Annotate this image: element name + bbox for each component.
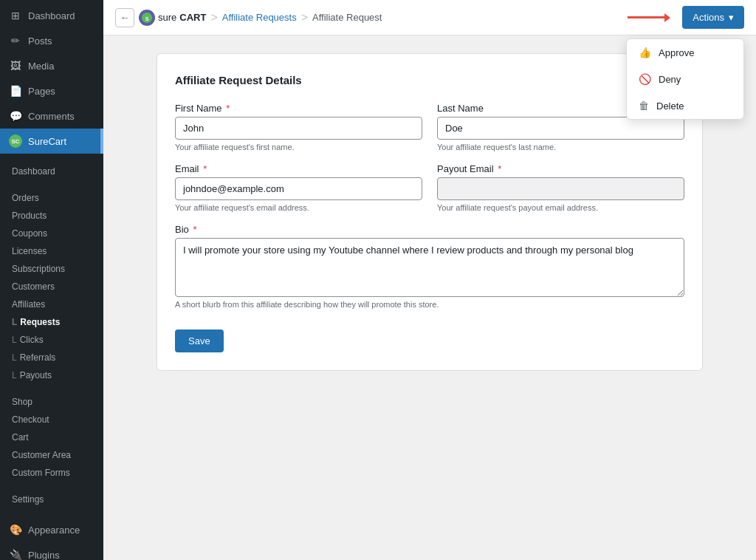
brand: S sureCART — [139, 10, 206, 26]
save-button[interactable]: Save — [175, 329, 224, 352]
bio-hint: A short blurb from this affiliate descri… — [175, 300, 684, 309]
sidebar-item-products[interactable]: Products — [0, 207, 103, 225]
comments-icon: 💬 — [9, 109, 22, 123]
sidebar-item-media[interactable]: 🖼 Media — [0, 53, 103, 78]
arrow-head-icon — [664, 13, 670, 22]
payout-email-label: Payout Email * — [437, 163, 684, 174]
sidebar-item-licenses[interactable]: Licenses — [0, 242, 103, 260]
surecart-logo-icon: SC — [9, 134, 22, 148]
dropdown-item-delete[interactable]: 🗑 Delete — [627, 92, 743, 119]
form-group-email: Email * Your affiliate request's email a… — [175, 163, 422, 212]
email-input[interactable] — [175, 177, 422, 200]
sidebar-item-checkout[interactable]: Checkout — [0, 411, 103, 428]
actions-button[interactable]: Actions ▾ — [682, 6, 744, 29]
sidebar-item-referrals[interactable]: L Referrals — [0, 349, 103, 366]
dropdown-item-deny[interactable]: 🚫 Deny — [627, 66, 743, 92]
sidebar-item-comments[interactable]: 💬 Comments — [0, 103, 103, 129]
email-required: * — [203, 163, 207, 174]
sidebar-item-dashboard[interactable]: ⊞ Dashboard — [0, 3, 103, 28]
approve-icon: 👍 — [639, 47, 651, 58]
sidebar-item-orders[interactable]: Orders — [0, 189, 103, 207]
form-group-bio: Bio * I will promote your store using my… — [175, 224, 684, 309]
dashboard-icon: ⊞ — [9, 9, 22, 22]
arrow-indicator — [628, 13, 670, 22]
form-row-email: Email * Your affiliate request's email a… — [175, 163, 684, 212]
email-hint: Your affiliate request's email address. — [175, 203, 422, 212]
active-indicator — [100, 129, 103, 154]
wp-sidebar: ⊞ Dashboard ✏ Posts 🖼 Media 📄 Pages 💬 Co… — [0, 0, 103, 560]
arrow-line — [628, 16, 664, 18]
sidebar-item-clicks[interactable]: L Clicks — [0, 331, 103, 349]
form-group-payout-email: Payout Email * Your affiliate request's … — [437, 163, 684, 212]
breadcrumb: ← S sureCART > Affiliate Requests > Affi… — [115, 8, 382, 27]
payout-email-input[interactable] — [437, 177, 684, 200]
card-header: Affiliate Request Details Pendin... — [175, 72, 684, 88]
payout-email-required: * — [498, 163, 501, 174]
actions-dropdown-menu: 👍 Approve 🚫 Deny 🗑 Delete — [626, 38, 744, 120]
sidebar-item-customers[interactable]: Customers — [0, 278, 103, 296]
bio-textarea[interactable]: I will promote your store using my Youtu… — [175, 238, 684, 297]
affiliate-request-card: Affiliate Request Details Pendin... Firs… — [157, 53, 703, 371]
sidebar-item-posts[interactable]: ✏ Posts — [0, 28, 103, 53]
surecart-logo-svg: S — [142, 13, 152, 23]
delete-icon: 🗑 — [639, 100, 649, 112]
first-name-required: * — [226, 103, 230, 114]
breadcrumb-sep-2: > — [301, 11, 308, 24]
email-label: Email * — [175, 163, 422, 174]
bio-label: Bio * — [175, 224, 684, 235]
sidebar-item-settings[interactable]: Settings — [0, 491, 103, 508]
sidebar-item-custom-forms[interactable]: Custom Forms — [0, 464, 103, 482]
plugins-icon: 🔌 — [9, 548, 22, 560]
actions-area: Actions ▾ 👍 Approve 🚫 Deny 🗑 Dele — [628, 6, 744, 29]
last-name-hint: Your affiliate request's last name. — [437, 143, 684, 151]
breadcrumb-current: Affiliate Request — [312, 12, 382, 23]
sidebar-item-affiliates[interactable]: Affiliates — [0, 296, 103, 313]
sidebar-item-subscriptions[interactable]: Subscriptions — [0, 260, 103, 278]
sidebar-item-surecart[interactable]: SC SureCart — [0, 129, 103, 154]
sidebar-item-plugins[interactable]: 🔌 Plugins — [0, 542, 103, 560]
sidebar-item-requests[interactable]: L Requests — [0, 313, 103, 331]
breadcrumb-sep-1: > — [210, 11, 217, 24]
back-arrow-icon: ← — [120, 12, 130, 23]
chevron-down-icon: ▾ — [729, 12, 734, 23]
appearance-icon: 🎨 — [9, 523, 22, 536]
sidebar-item-shop[interactable]: Shop — [0, 393, 103, 411]
first-name-label: First Name * — [175, 103, 422, 114]
first-name-input[interactable] — [175, 117, 422, 140]
card-title: Affiliate Request Details — [175, 74, 302, 86]
last-name-input[interactable] — [437, 117, 684, 140]
sidebar-item-payouts[interactable]: L Payouts — [0, 366, 103, 384]
form-row-name: First Name * Your affiliate request's fi… — [175, 103, 684, 151]
top-bar: ← S sureCART > Affiliate Requests > Affi… — [103, 0, 756, 35]
sidebar-item-pages[interactable]: 📄 Pages — [0, 78, 103, 103]
bio-required: * — [193, 224, 196, 235]
surecart-logo: S — [139, 10, 155, 26]
breadcrumb-affiliate-requests[interactable]: Affiliate Requests — [222, 12, 297, 23]
sidebar-item-coupons[interactable]: Coupons — [0, 225, 103, 242]
posts-icon: ✏ — [9, 34, 22, 47]
media-icon: 🖼 — [9, 59, 22, 72]
svg-text:S: S — [145, 16, 149, 21]
sidebar-item-appearance[interactable]: 🎨 Appearance — [0, 517, 103, 542]
payout-email-hint: Your affiliate request's payout email ad… — [437, 203, 684, 212]
deny-icon: 🚫 — [639, 73, 651, 85]
dropdown-item-approve[interactable]: 👍 Approve — [627, 39, 743, 66]
main-area: ← S sureCART > Affiliate Requests > Affi… — [103, 0, 756, 560]
surecart-dashboard[interactable]: Dashboard — [0, 163, 103, 180]
sidebar-item-customer-area[interactable]: Customer Area — [0, 446, 103, 464]
first-name-hint: Your affiliate request's first name. — [175, 143, 422, 151]
form-group-first-name: First Name * Your affiliate request's fi… — [175, 103, 422, 151]
sidebar-item-cart[interactable]: Cart — [0, 428, 103, 446]
back-button[interactable]: ← — [115, 8, 134, 27]
pages-icon: 📄 — [9, 84, 22, 98]
